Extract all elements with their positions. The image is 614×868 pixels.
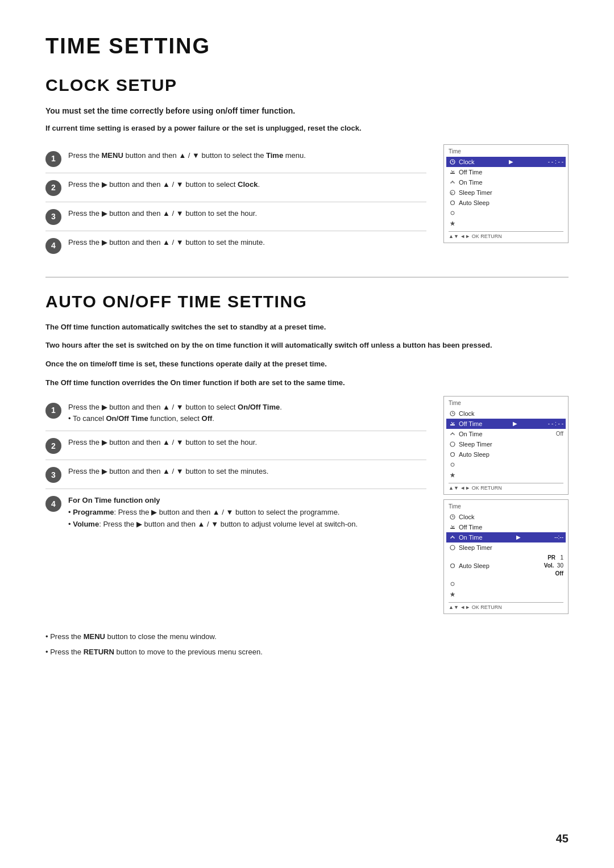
clock-menu-screenshot: Time Clock ▶ - - : - - Off Time On Tim	[443, 144, 569, 260]
menu2-clock-icon	[449, 410, 457, 418]
page-number: 45	[556, 832, 569, 845]
svg-rect-3	[450, 173, 455, 174]
menu3-item-offtime: Off Time	[449, 522, 563, 532]
menu3-ontime-label: On Time	[459, 534, 483, 541]
auto-body2: Two hours after the set is switched on b…	[45, 340, 569, 352]
auto-steps-row1: 1 Press the ▶ button and then ▲ / ▼ butt…	[45, 396, 569, 619]
step-2-content: Press the ▶ button and then ▲ / ▼ button…	[68, 179, 426, 191]
auto-step-3: 3 Press the ▶ button and then ▲ / ▼ butt…	[45, 460, 426, 489]
auto-step-number-1: 1	[45, 403, 61, 419]
auto-step-2: 2 Press the ▶ button and then ▲ / ▼ butt…	[45, 431, 426, 460]
menu3-off-row: Off	[555, 570, 563, 578]
menu2-extra1	[449, 460, 563, 470]
menu-footer-2: ▲▼ ◄► OK RETURN	[449, 483, 563, 491]
footer-bullet2: • Press the RETURN button to move to the…	[45, 645, 569, 658]
menu3-clock-label: Clock	[459, 514, 475, 520]
clock-step-3: 3 Press the ▶ button and then ▲ / ▼ butt…	[45, 202, 426, 231]
sleep-icon: z	[449, 189, 457, 197]
clock-step-4: 4 Press the ▶ button and then ▲ / ▼ butt…	[45, 231, 426, 260]
menu3-offtime-label: Off Time	[459, 524, 482, 531]
menu3-extra1	[449, 579, 563, 589]
auto-step-1-content: Press the ▶ button and then ▲ / ▼ button…	[68, 402, 426, 425]
menu-item-autosleep: Auto Sleep	[449, 198, 563, 208]
svg-point-16	[451, 452, 455, 456]
svg-marker-27	[450, 592, 455, 597]
svg-point-24	[450, 545, 455, 550]
menu3-vol-row: Vol. 30	[544, 562, 563, 570]
menu-title-1: Time	[449, 148, 563, 155]
menu-sleep-label: Sleep Timer	[459, 189, 492, 196]
menu3-autosleep-icon	[449, 562, 457, 570]
menu3-ontime-icon	[449, 533, 457, 541]
offtime-icon	[449, 168, 457, 176]
auto-step-1: 1 Press the ▶ button and then ▲ / ▼ butt…	[45, 396, 426, 432]
menu-item-extra1	[449, 208, 563, 218]
svg-rect-22	[450, 528, 455, 529]
svg-point-25	[451, 564, 455, 567]
menu2-sleep-icon	[449, 440, 457, 448]
step-number-3: 3	[45, 209, 61, 225]
menu-item-ontime: On Time	[449, 177, 563, 187]
menu2-offtime-label: Off Time	[459, 420, 482, 427]
clock-step-1: 1 Press the MENU button and then ▲ / ▼ b…	[45, 144, 426, 173]
autosleep-icon	[449, 199, 457, 207]
menu3-pr-row: PR 1	[547, 554, 563, 562]
menu-title-3: Time	[449, 503, 563, 510]
menu-item-clock: Clock ▶ - - : - -	[446, 157, 566, 167]
menu-title-2: Time	[449, 400, 563, 406]
menu2-item-ontime: On Time Off	[449, 429, 563, 439]
menu2-circle-icon	[449, 461, 457, 469]
svg-marker-18	[450, 473, 455, 478]
menu3-sleep-icon	[449, 544, 457, 552]
auto-step-number-4: 4	[45, 496, 61, 512]
clock-icon	[449, 158, 457, 166]
menu2-star-icon	[449, 471, 457, 479]
menu3-item-autosleep: Auto Sleep PR 1 Vol. 30 Off	[449, 553, 563, 579]
menu-item-offtime: Off Time	[449, 167, 563, 177]
page-title: TIME SETTING	[45, 34, 569, 59]
svg-point-15	[450, 442, 455, 446]
menu3-item-clock: Clock	[449, 512, 563, 522]
clock-setup-steps: 1 Press the MENU button and then ▲ / ▼ b…	[45, 144, 569, 260]
auto-steps-left: 1 Press the ▶ button and then ▲ / ▼ butt…	[45, 396, 426, 619]
step-1-content: Press the MENU button and then ▲ / ▼ but…	[68, 150, 426, 162]
auto-step-4: 4 For On Time function only • Programme:…	[45, 489, 426, 536]
menu-clock-label: Clock	[459, 158, 475, 165]
menu3-sleep-label: Sleep Timer	[459, 544, 492, 551]
clock-setup-title: CLOCK SETUP	[45, 76, 569, 95]
svg-point-26	[451, 582, 454, 586]
clock-intro2: If current time setting is erased by a p…	[45, 123, 569, 134]
circle-icon	[449, 209, 457, 217]
step-number-2: 2	[45, 180, 61, 196]
svg-marker-9	[450, 221, 455, 226]
auto-body1: The Off time function automatically swit…	[45, 322, 569, 333]
menu2-sleep-label: Sleep Timer	[459, 441, 492, 448]
menu3-clock-icon	[449, 513, 457, 521]
menu-item-extra2	[449, 218, 563, 228]
auto-body3: Once the on time/off time is set, these …	[45, 358, 569, 370]
menu2-item-sleep: Sleep Timer	[449, 439, 563, 449]
menu-offtime-label: Off Time	[459, 169, 482, 176]
clock-steps-left: 1 Press the MENU button and then ▲ / ▼ b…	[45, 144, 426, 260]
menu2-autosleep-label: Auto Sleep	[459, 451, 489, 458]
ontime-icon	[449, 178, 457, 186]
step-4-content: Press the ▶ button and then ▲ / ▼ button…	[68, 237, 426, 249]
svg-point-8	[451, 211, 454, 215]
menu3-extra2	[449, 589, 563, 599]
menu2-autosleep-icon	[449, 450, 457, 458]
auto-body4: The Off time function overrides the On t…	[45, 377, 569, 389]
menu-box-1: Time Clock ▶ - - : - - Off Time On Tim	[443, 144, 569, 243]
menu-item-sleep: z Sleep Timer	[449, 187, 563, 198]
auto-menus-right: Time Clock Off Time ▶ - - : - - On Tim	[443, 396, 569, 619]
menu-ontime-label: On Time	[459, 179, 483, 186]
auto-step-number-3: 3	[45, 467, 61, 483]
svg-rect-13	[450, 424, 455, 425]
menu-box-3: Time Clock Off Time On Time ▶ --:--	[443, 499, 569, 614]
clock-step-2: 2 Press the ▶ button and then ▲ / ▼ butt…	[45, 173, 426, 202]
footer-bullets: • Press the MENU button to close the men…	[45, 630, 569, 659]
auto-step-2-content: Press the ▶ button and then ▲ / ▼ button…	[68, 437, 426, 449]
clock-intro1: You must set the time correctly before u…	[45, 105, 569, 117]
auto-step-3-content: Press the ▶ button and then ▲ / ▼ button…	[68, 466, 426, 478]
svg-text:z: z	[451, 191, 453, 195]
section-divider	[45, 277, 569, 278]
